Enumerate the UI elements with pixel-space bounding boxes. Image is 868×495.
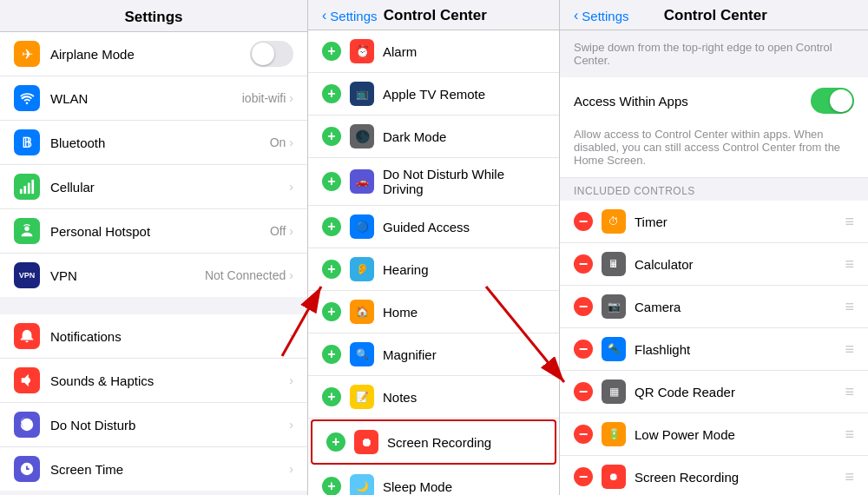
settings-item-wlan[interactable]: WLAN iobit-wifi ›	[0, 76, 307, 121]
left-panel: Settings ✈ Airplane Mode WLAN iobit-wifi	[0, 0, 308, 495]
middle-item-home[interactable]: + 🏠 Home	[308, 291, 559, 333]
left-panel-title: Settings	[124, 9, 182, 25]
alarm-label: Alarm	[383, 44, 545, 59]
svg-rect-1	[23, 186, 26, 194]
middle-item-magnifier[interactable]: + 🔍 Magnifier	[308, 333, 559, 376]
screen-recording-drag-handle[interactable]: ≡	[845, 468, 854, 486]
middle-item-screen-recording[interactable]: + ⏺ Screen Recording	[311, 419, 556, 465]
magnifier-icon: 🔍	[350, 342, 374, 366]
settings-item-bluetooth[interactable]: 𝔹 Bluetooth On ›	[0, 121, 307, 165]
access-within-apps-toggle[interactable]	[811, 88, 854, 114]
bluetooth-chevron: ›	[289, 135, 293, 149]
middle-item-notes[interactable]: + 📝 Notes	[308, 376, 559, 419]
settings-item-do-not-disturb[interactable]: Do Not Disturb ›	[0, 403, 307, 447]
right-row-low-power[interactable]: − 🔋 Low Power Mode ≡	[560, 413, 868, 456]
right-row-qr-code[interactable]: − ▦ QR Code Reader ≡	[560, 371, 868, 413]
middle-panel-title: Control Center	[378, 7, 493, 24]
screen-recording-right-label: Screen Recording	[635, 470, 845, 485]
remove-qr-code-btn[interactable]: −	[574, 382, 593, 401]
qr-code-drag-handle[interactable]: ≡	[845, 383, 854, 401]
add-apple-tv-btn[interactable]: +	[322, 84, 341, 103]
settings-item-screen-time[interactable]: Screen Time ›	[0, 447, 307, 491]
qr-code-label: QR Code Reader	[635, 385, 845, 399]
right-panel: ‹ Settings Control Center Swipe down fro…	[560, 0, 868, 495]
middle-item-dark-mode[interactable]: + 🌑 Dark Mode	[308, 116, 559, 158]
notifications-chevron: ›	[289, 329, 293, 343]
low-power-label: Low Power Mode	[635, 427, 845, 442]
included-controls-list: − ⏱ Timer ≡ − 🖩 Calculator ≡ − 📷 Camera	[560, 201, 868, 495]
settings-item-cellular[interactable]: Cellular ›	[0, 165, 307, 209]
add-dark-mode-btn[interactable]: +	[322, 127, 341, 146]
sounds-haptics-chevron: ›	[289, 373, 293, 387]
right-row-calculator[interactable]: − 🖩 Calculator ≡	[560, 243, 868, 286]
airplane-mode-toggle[interactable]	[250, 41, 293, 67]
add-hearing-btn[interactable]: +	[322, 260, 341, 279]
right-panel-header: ‹ Settings Control Center	[560, 0, 868, 30]
add-home-btn[interactable]: +	[322, 302, 341, 321]
settings-item-notifications[interactable]: Notifications ›	[0, 314, 307, 359]
remove-calculator-btn[interactable]: −	[574, 254, 593, 274]
remove-screen-recording-btn[interactable]: −	[574, 467, 593, 486]
sleep-mode-icon: 🌙	[350, 474, 374, 495]
notifications-icon	[14, 323, 40, 349]
camera-label: Camera	[635, 300, 845, 314]
access-within-apps-row: Access Within Apps	[560, 77, 868, 124]
settings-item-vpn[interactable]: VPN VPN Not Connected ›	[0, 254, 307, 297]
calculator-right-icon: 🖩	[602, 252, 626, 276]
guided-access-label: Guided Access	[383, 220, 545, 234]
add-alarm-btn[interactable]: +	[322, 42, 341, 61]
right-row-screen-recording[interactable]: − ⏺ Screen Recording ≡	[560, 456, 868, 495]
add-notes-btn[interactable]: +	[322, 387, 341, 406]
vpn-value: Not Connected	[205, 268, 286, 282]
settings-item-airplane-mode[interactable]: ✈ Airplane Mode	[0, 32, 307, 76]
right-back-text[interactable]: Settings	[582, 9, 628, 23]
right-row-camera[interactable]: − 📷 Camera ≡	[560, 286, 868, 328]
dnd-driving-label: Do Not Disturb While Driving	[383, 167, 545, 196]
sounds-haptics-label: Sounds & Haptics	[50, 373, 289, 388]
magnifier-label: Magnifier	[383, 347, 545, 362]
right-row-timer[interactable]: − ⏱ Timer ≡	[560, 201, 868, 243]
middle-item-hearing[interactable]: + 👂 Hearing	[308, 248, 559, 291]
add-guided-access-btn[interactable]: +	[322, 217, 341, 236]
flashlight-drag-handle[interactable]: ≡	[845, 340, 854, 359]
add-dnd-driving-btn[interactable]: +	[322, 172, 341, 191]
middle-back-text[interactable]: Settings	[330, 9, 377, 23]
add-screen-recording-btn[interactable]: +	[326, 432, 345, 452]
remove-timer-btn[interactable]: −	[574, 212, 593, 231]
middle-item-dnd-driving[interactable]: + 🚗 Do Not Disturb While Driving	[308, 158, 559, 206]
wlan-chevron: ›	[289, 91, 293, 105]
access-within-apps-label: Access Within Apps	[574, 94, 811, 109]
screen-recording-label: Screen Recording	[387, 435, 541, 450]
camera-drag-handle[interactable]: ≡	[845, 298, 854, 316]
flashlight-right-icon: 🔦	[602, 337, 626, 361]
settings-item-sounds-haptics[interactable]: Sounds & Haptics ›	[0, 359, 307, 403]
notes-icon: 📝	[350, 385, 374, 409]
airplane-mode-icon: ✈	[14, 41, 40, 67]
add-sleep-mode-btn[interactable]: +	[322, 477, 341, 495]
qr-code-right-icon: ▦	[602, 380, 626, 404]
vpn-icon: VPN	[14, 262, 40, 288]
middle-item-sleep-mode[interactable]: + 🌙 Sleep Mode	[308, 465, 559, 495]
cellular-icon	[14, 174, 40, 200]
settings-item-personal-hotspot[interactable]: Personal Hotspot Off ›	[0, 209, 307, 254]
add-magnifier-btn[interactable]: +	[322, 345, 341, 364]
middle-item-guided-access[interactable]: + 🔵 Guided Access	[308, 206, 559, 248]
middle-item-alarm[interactable]: + ⏰ Alarm	[308, 30, 559, 73]
dark-mode-icon: 🌑	[350, 124, 374, 148]
low-power-right-icon: 🔋	[602, 422, 626, 446]
remove-flashlight-btn[interactable]: −	[574, 340, 593, 359]
timer-label: Timer	[635, 214, 845, 229]
timer-drag-handle[interactable]: ≡	[845, 213, 854, 231]
calculator-label: Calculator	[635, 257, 845, 272]
middle-item-apple-tv[interactable]: + 📺 Apple TV Remote	[308, 73, 559, 116]
remove-low-power-btn[interactable]: −	[574, 425, 593, 444]
cellular-chevron: ›	[289, 180, 293, 194]
low-power-drag-handle[interactable]: ≡	[845, 426, 854, 444]
right-panel-title: Control Center	[629, 7, 802, 24]
right-row-flashlight[interactable]: − 🔦 Flashlight ≡	[560, 328, 868, 371]
right-description: Swipe down from the top-right edge to op…	[560, 30, 868, 77]
right-content: Swipe down from the top-right edge to op…	[560, 30, 868, 495]
calculator-drag-handle[interactable]: ≡	[845, 255, 854, 274]
remove-camera-btn[interactable]: −	[574, 297, 593, 316]
svg-rect-2	[28, 183, 30, 195]
